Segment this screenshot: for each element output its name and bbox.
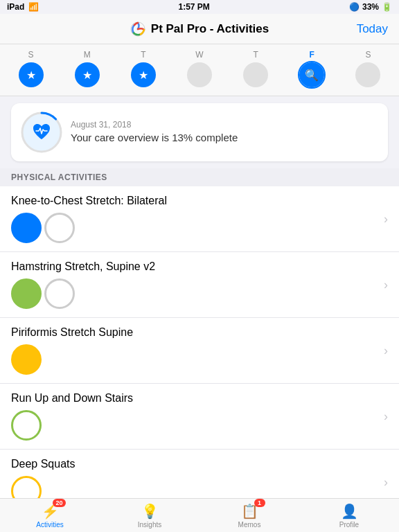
day-saturday[interactable]: S [347, 50, 389, 87]
care-message: Your care overview is 13% complete [71, 131, 238, 145]
tab-memos[interactable]: 📋 1 Memos [200, 499, 299, 532]
physical-activities-section-header: PHYSICAL ACTIVITIES [0, 168, 399, 186]
insights-tab-label: Insights [138, 521, 161, 529]
day-circle-sunday: ★ [19, 62, 44, 87]
activity-content-1: Knee-to-Chest Stretch: Bilateral [11, 195, 378, 243]
activity-circle-filled [11, 213, 42, 243]
day-thursday[interactable]: T [235, 50, 276, 87]
activities-list[interactable]: Knee-to-Chest Stretch: Bilateral › Hamst… [0, 186, 399, 532]
chevron-right-icon: › [384, 409, 388, 424]
activity-content-4: Run Up and Down Stairs [11, 392, 378, 441]
chevron-right-icon: › [384, 475, 388, 490]
day-tuesday[interactable]: T ★ [123, 50, 164, 87]
status-left: iPad 📶 [7, 2, 39, 12]
day-monday[interactable]: M ★ [66, 50, 108, 87]
nav-bar: Pt Pal Pro - Activities Today [0, 14, 399, 44]
memos-tab-label: Memos [238, 521, 261, 529]
carrier-text: iPad [7, 2, 24, 12]
activity-name-4: Run Up and Down Stairs [11, 392, 378, 405]
activity-circles-2 [11, 278, 378, 309]
week-days-row: S ★ M ★ T ★ W T [3, 50, 396, 87]
activity-circle-green-outline [44, 278, 75, 309]
profile-tab-icon: 👤 [341, 503, 358, 520]
day-circle-monday: ★ [75, 62, 100, 87]
memos-tab-icon: 📋 1 [241, 503, 258, 520]
day-circle-tuesday: ★ [131, 62, 156, 87]
insights-tab-icon: 💡 [141, 503, 159, 520]
search-icon: 🔍 [305, 69, 319, 82]
day-circle-thursday [243, 62, 268, 87]
activity-name-2: Hamstring Stretch, Supine v2 [11, 260, 378, 273]
activity-circle-yellow-filled [11, 344, 42, 375]
activity-item-2[interactable]: Hamstring Stretch, Supine v2 › [0, 252, 399, 318]
day-wednesday[interactable]: W [179, 50, 220, 87]
activity-item-3[interactable]: Piriformis Stretch Supine › [0, 318, 399, 384]
tab-bar: ⚡ 20 Activities 💡 Insights 📋 1 Memos 👤 P… [0, 498, 399, 532]
bluetooth-icon: 🔵 [349, 2, 360, 12]
lightbulb-icon: 💡 [141, 504, 159, 519]
care-text-block: August 31, 2018 Your care overview is 13… [71, 120, 238, 145]
activity-item-4[interactable]: Run Up and Down Stairs › [0, 384, 399, 450]
battery-text: 33% [362, 2, 379, 12]
person-icon: 👤 [341, 504, 358, 519]
care-icon-container [22, 113, 61, 152]
chevron-right-icon: › [384, 212, 388, 227]
activity-name-1: Knee-to-Chest Stretch: Bilateral [11, 195, 378, 207]
week-calendar-strip: S ★ M ★ T ★ W T [0, 44, 399, 96]
day-friday[interactable]: F 🔍 [291, 50, 332, 87]
activity-circle-green-filled [11, 278, 42, 309]
app-logo-icon [130, 21, 145, 37]
activity-content-2: Hamstring Stretch, Supine v2 [11, 260, 378, 309]
day-sunday[interactable]: S ★ [10, 50, 52, 87]
activities-tab-label: Activities [36, 521, 63, 529]
activity-circles-4 [11, 410, 378, 441]
activity-item-1[interactable]: Knee-to-Chest Stretch: Bilateral › [0, 186, 399, 252]
star-icon: ★ [139, 69, 148, 82]
activity-name-3: Piriformis Stretch Supine [11, 326, 378, 339]
star-icon: ★ [26, 69, 36, 82]
status-bar: iPad 📶 1:57 PM 🔵 33% 🔋 [0, 0, 399, 14]
activity-content-3: Piriformis Stretch Supine [11, 326, 378, 375]
tab-profile[interactable]: 👤 Profile [299, 499, 399, 532]
care-overview-card[interactable]: August 31, 2018 Your care overview is 13… [11, 103, 388, 161]
nav-title-container: Pt Pal Pro - Activities [130, 21, 269, 37]
activities-tab-icon: ⚡ 20 [42, 503, 59, 520]
battery-icon: 🔋 [382, 2, 392, 12]
status-right: 🔵 33% 🔋 [349, 2, 392, 12]
tab-insights[interactable]: 💡 Insights [100, 499, 200, 532]
day-circle-friday: 🔍 [299, 62, 324, 87]
time-display: 1:57 PM [178, 2, 209, 12]
activity-circles-1 [11, 213, 378, 243]
activity-name-5: Deep Squats [11, 458, 378, 470]
day-circle-saturday [355, 62, 380, 87]
wifi-icon: 📶 [28, 2, 39, 12]
chevron-right-icon: › [384, 344, 388, 358]
activity-circle-green-empty [11, 410, 42, 441]
progress-ring [20, 111, 63, 154]
profile-tab-label: Profile [339, 521, 359, 529]
chevron-right-icon: › [384, 278, 388, 292]
activity-circles-3 [11, 344, 378, 375]
activity-circle-outline [44, 213, 75, 243]
day-circle-wednesday [187, 62, 212, 87]
today-button[interactable]: Today [357, 22, 388, 36]
care-date: August 31, 2018 [71, 120, 238, 130]
memos-badge: 1 [254, 499, 265, 507]
star-icon: ★ [82, 69, 92, 82]
activities-badge: 20 [53, 499, 65, 507]
activities-list-container: Knee-to-Chest Stretch: Bilateral › Hamst… [0, 186, 399, 515]
nav-title-text: Pt Pal Pro - Activities [151, 22, 269, 36]
tab-activities[interactable]: ⚡ 20 Activities [0, 499, 100, 532]
